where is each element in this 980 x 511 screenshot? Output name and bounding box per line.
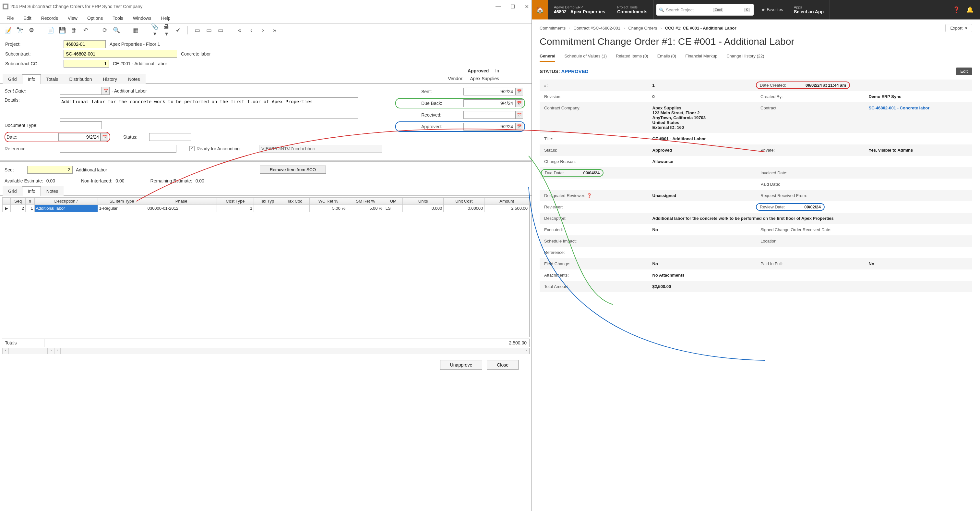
project-code-input[interactable] (64, 40, 106, 48)
attach-icon[interactable]: 📎▾ (151, 23, 158, 37)
panel3-icon[interactable]: ▭ (217, 27, 224, 34)
help-icon[interactable]: ❓ (587, 193, 592, 198)
close-icon[interactable]: ✕ (525, 3, 529, 10)
line-items-grid[interactable]: Seq n Description / SL Item Type Phase C… (2, 197, 530, 337)
col-taxtype[interactable]: Tax Typ (254, 198, 280, 205)
col-desc[interactable]: Description / (34, 198, 98, 205)
nav-last-icon[interactable]: » (271, 27, 278, 34)
panel1-icon[interactable]: ▭ (194, 27, 201, 34)
calendar-icon[interactable]: 📅 (515, 99, 523, 107)
menu-options[interactable]: Options (87, 16, 103, 21)
close-button[interactable]: Close (487, 360, 519, 370)
ready-checkbox[interactable] (189, 146, 194, 151)
contract-link[interactable]: SC-46802-001 - Concrete labor (869, 105, 930, 110)
menu-records[interactable]: Records (41, 16, 58, 21)
col-seq[interactable]: Seq (11, 198, 25, 205)
col-unitcost[interactable]: Unit Cost (444, 198, 485, 205)
col-wc[interactable]: WC Ret % (310, 198, 347, 205)
details-textarea[interactable]: Additional labor for the concrete work t… (60, 97, 358, 119)
tab-sov[interactable]: Schedule of Values (1) (564, 51, 607, 62)
panel2-icon[interactable]: ▭ (205, 27, 212, 34)
col-cost[interactable]: Cost Type (216, 198, 254, 205)
col-um[interactable]: UM (384, 198, 402, 205)
bell-icon[interactable]: 🔔 (966, 6, 974, 13)
reference-input[interactable] (60, 145, 177, 153)
date-input[interactable] (58, 133, 100, 141)
favorites-button[interactable]: ★ Favorites (756, 0, 788, 19)
export-button[interactable]: Export▾ (945, 24, 972, 32)
binoculars-icon[interactable]: 🔭 (16, 27, 23, 34)
search-icon[interactable]: 🔍 (113, 27, 120, 34)
maximize-icon[interactable]: ☐ (511, 3, 515, 10)
tab-info[interactable]: Info (22, 74, 41, 84)
document-type-input[interactable] (60, 121, 102, 129)
printer-icon[interactable]: 🖶▾ (163, 23, 170, 37)
nav-next-icon[interactable]: › (259, 27, 267, 34)
tab-emails[interactable]: Emails (0) (657, 51, 676, 62)
tab-totals[interactable]: Totals (41, 74, 64, 84)
grid-scrollbar[interactable]: ‹ › ‹ › (2, 348, 530, 354)
spellcheck-icon[interactable]: ✔ (175, 27, 181, 34)
calendar-icon[interactable]: 📅 (102, 87, 110, 95)
col-amount[interactable]: Amount (485, 198, 529, 205)
minimize-icon[interactable]: — (495, 3, 501, 10)
menu-edit[interactable]: Edit (24, 16, 32, 21)
calendar-icon[interactable]: 📅 (515, 123, 523, 131)
remove-item-button[interactable]: Remove Item from SCO (260, 166, 326, 174)
save-icon[interactable]: 💾 (59, 27, 66, 34)
grid-row[interactable]: ▶ 2 1 Additional labor 1-Regular 030000-… (3, 205, 529, 212)
subcontract-code-input[interactable] (64, 50, 177, 58)
tab-history[interactable]: Change History (22) (726, 51, 764, 62)
crumb-changeorders[interactable]: Change Orders (628, 26, 657, 30)
menu-windows[interactable]: Windows (133, 16, 151, 21)
crumb-contract[interactable]: Contract #SC-46802-001 (574, 26, 621, 30)
col-sm[interactable]: SM Ret % (347, 198, 384, 205)
grid-icon[interactable]: ▦ (132, 27, 139, 34)
apps-selector[interactable]: Apps Select an App (788, 0, 830, 19)
refresh-icon[interactable]: ⟳ (101, 27, 108, 34)
project-selector[interactable]: Agave Demo ERP 46802 - Apex Properties (548, 0, 611, 19)
tools-selector[interactable]: Project Tools Commitments (611, 0, 654, 19)
unapprove-button[interactable]: Unapprove (440, 360, 482, 370)
scroll-right2-icon[interactable]: › (523, 348, 529, 354)
tab-general[interactable]: General (539, 51, 555, 62)
calendar-icon[interactable]: 📅 (515, 88, 523, 96)
sent-value[interactable]: 9/2/24 (463, 88, 515, 96)
file-icon[interactable]: 📄 (47, 27, 54, 34)
delete-icon[interactable]: 🗑 (70, 27, 78, 34)
col-phase[interactable]: Phase (146, 198, 216, 205)
scroll-right-icon[interactable]: › (48, 348, 54, 354)
scroll-left-icon[interactable]: ‹ (2, 348, 9, 354)
seq-num-input[interactable] (27, 166, 73, 174)
panel-divider[interactable] (0, 160, 531, 162)
calendar-icon[interactable]: 📅 (515, 111, 523, 119)
received-value[interactable] (463, 111, 515, 119)
tab-related[interactable]: Related Items (0) (616, 51, 648, 62)
menu-file[interactable]: File (6, 16, 14, 21)
tab-grid[interactable]: Grid (3, 74, 22, 84)
new-record-icon[interactable]: 📝 (5, 27, 12, 34)
scroll-left2-icon[interactable]: ‹ (54, 348, 60, 354)
help-icon[interactable]: ❓ (953, 6, 960, 13)
edit-button[interactable]: Edit (956, 67, 972, 75)
nav-first-icon[interactable]: « (236, 27, 243, 34)
home-icon[interactable]: 🏠 (532, 0, 548, 19)
menu-view[interactable]: View (68, 16, 78, 21)
subtab-info[interactable]: Info (22, 186, 41, 196)
crumb-commitments[interactable]: Commitments (539, 26, 566, 30)
tab-notes[interactable]: Notes (123, 74, 146, 84)
sent-date-input[interactable] (60, 87, 102, 95)
dueback-value[interactable]: 9/4/24 (463, 99, 515, 107)
col-units[interactable]: Units (403, 198, 444, 205)
subtab-notes[interactable]: Notes (41, 186, 64, 196)
nav-prev-icon[interactable]: ‹ (248, 27, 255, 34)
col-n[interactable]: n (25, 198, 35, 205)
col-sltype[interactable]: SL Item Type (98, 198, 146, 205)
sco-num-input[interactable] (64, 60, 109, 67)
search-input[interactable]: 🔍 Search Project Cmd K (656, 4, 754, 16)
tab-distribution[interactable]: Distribution (64, 74, 97, 84)
tab-financial[interactable]: Financial Markup (685, 51, 718, 62)
approved-value[interactable]: 9/2/24 (463, 123, 515, 131)
undo-icon[interactable]: ↶ (82, 27, 89, 34)
status-input[interactable] (149, 133, 191, 141)
